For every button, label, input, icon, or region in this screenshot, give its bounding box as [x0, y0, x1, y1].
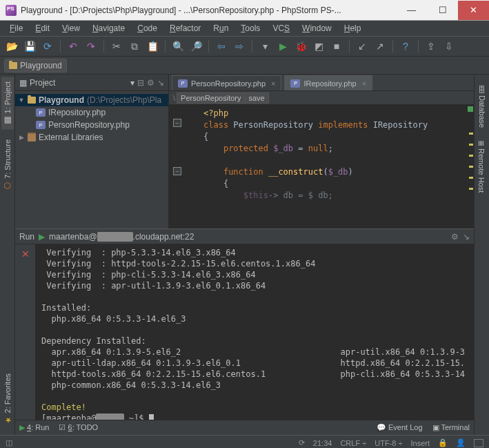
- find-icon[interactable]: 🔍: [170, 39, 186, 54]
- php-file-icon: P: [290, 79, 300, 88]
- upload-icon[interactable]: ⇪: [423, 39, 439, 54]
- tool-event-log[interactable]: 💬 Event Log: [377, 423, 423, 432]
- hector-icon[interactable]: 👤: [456, 438, 466, 447]
- tree-root[interactable]: ▼ Playground (D:\Projects\Php\Pla: [15, 94, 168, 106]
- tab-project[interactable]: ▦ 1: Project: [1, 77, 14, 130]
- cut-icon[interactable]: ✂: [109, 39, 124, 54]
- run-config-dropdown[interactable]: ▾: [257, 39, 272, 54]
- code-editor[interactable]: <?php class PersonRepository implements …: [169, 105, 474, 228]
- download-icon[interactable]: ⇩: [441, 39, 457, 54]
- tab-database[interactable]: 🗄 Database: [477, 81, 488, 132]
- line-ending[interactable]: CRLF ÷: [340, 439, 366, 447]
- debug-icon[interactable]: 🐞: [293, 39, 308, 54]
- menu-bar: File Edit View Navigate Code Refactor Ru…: [0, 21, 489, 36]
- insert-mode: Insert: [410, 439, 430, 447]
- run-session: maartenba@xxxxxxxx.cloudapp.net:22: [49, 232, 194, 242]
- memory-indicator[interactable]: [474, 439, 483, 447]
- tool-todo[interactable]: ☑ 6: TODO: [59, 423, 98, 432]
- settings-icon[interactable]: ⚙: [451, 232, 459, 242]
- help-icon[interactable]: ?: [398, 39, 413, 54]
- copy-icon[interactable]: ⧉: [127, 39, 142, 54]
- tab-remote-host[interactable]: ≣ Remote Host: [476, 136, 488, 197]
- menu-edit[interactable]: Edit: [30, 22, 55, 35]
- close-tab-icon[interactable]: ×: [271, 79, 275, 88]
- nav-forward-icon[interactable]: ⇨: [232, 39, 247, 54]
- toggle-tool-windows-icon[interactable]: ◫: [6, 438, 12, 447]
- menu-window[interactable]: Window: [297, 22, 337, 35]
- open-icon[interactable]: 📂: [4, 39, 19, 54]
- tree-file[interactable]: P IRepository.php: [15, 106, 168, 119]
- stop-icon[interactable]: ■: [329, 39, 344, 54]
- gear-icon[interactable]: ⚙: [147, 78, 154, 88]
- window-titlebar: Playground - [D:\Projects\Php\Playground…: [0, 0, 489, 21]
- crumb-class[interactable]: PersonRepository: [177, 92, 245, 104]
- fold-toggle-icon[interactable]: −: [173, 119, 181, 127]
- menu-run[interactable]: Run: [208, 22, 234, 35]
- project-dropdown-icon[interactable]: ▾: [130, 78, 134, 88]
- right-tool-rail: 🗄 Database ≣ Remote Host: [474, 75, 489, 435]
- run-label: Run: [19, 232, 34, 242]
- main-toolbar: 📂 💾 ⟳ ↶ ↷ ✂ ⧉ 📋 🔍 🔎 ⇦ ⇨ ▾ ▶ 🐞 ◩ ■ ↙ ↗ ? …: [0, 36, 489, 57]
- tree-external-label: External Libraries: [39, 133, 103, 142]
- menu-vcs[interactable]: VCS: [267, 22, 295, 35]
- redo-icon[interactable]: ↷: [83, 39, 99, 54]
- bottom-tool-strip: ▶ 4: Run ☑ 6: TODO 💬 Event Log ▣ Termina…: [15, 420, 474, 435]
- menu-view[interactable]: View: [57, 22, 86, 35]
- project-tree[interactable]: ▼ Playground (D:\Projects\Php\Pla P IRep…: [15, 91, 168, 146]
- coverage-icon[interactable]: ◩: [311, 39, 326, 54]
- minimize-button[interactable]: —: [396, 1, 427, 20]
- save-all-icon[interactable]: 💾: [22, 39, 37, 54]
- breadcrumb-root[interactable]: Playground: [4, 59, 67, 72]
- folder-icon: [9, 62, 17, 69]
- menu-file[interactable]: File: [4, 22, 28, 35]
- menu-help[interactable]: Help: [339, 22, 367, 35]
- vcs-pull-icon[interactable]: ↙: [355, 39, 370, 54]
- close-process-icon[interactable]: ✕: [21, 249, 30, 260]
- editor-breadcrumbs: \ PersonRepository save: [169, 91, 474, 105]
- tree-file-label: PersonRepository.php: [48, 120, 130, 130]
- vcs-push-icon[interactable]: ↗: [372, 39, 388, 54]
- editor-tab-label: PersonRepository.php: [191, 79, 266, 88]
- background-tasks-icon[interactable]: ⟳: [299, 438, 305, 447]
- project-panel: ▦ Project ▾ ⊟ ⚙ ↘ ▼ Playground (D:\Proje…: [15, 75, 169, 228]
- lock-icon[interactable]: 🔒: [438, 438, 448, 447]
- tab-favorites[interactable]: ★ 2: Favorites: [1, 369, 13, 429]
- collapse-icon[interactable]: ⊟: [137, 78, 144, 88]
- inspection-ok-icon: [468, 106, 473, 112]
- run-tool-window: Run ▶ maartenba@xxxxxxxx.cloudapp.net:22…: [15, 228, 474, 420]
- menu-tools[interactable]: Tools: [235, 22, 266, 35]
- run-icon[interactable]: ▶: [275, 39, 290, 54]
- tab-structure[interactable]: ⬡ 7: Structure: [1, 135, 14, 195]
- project-tab-label: Project: [30, 78, 128, 88]
- app-icon: [6, 5, 17, 16]
- close-tab-icon[interactable]: ×: [362, 79, 366, 88]
- minimize-panel-icon[interactable]: ↘: [463, 232, 470, 242]
- paste-icon[interactable]: 📋: [145, 39, 160, 54]
- library-icon: [28, 134, 36, 142]
- editor-area: P PersonRepository.php × P IRepository.p…: [169, 75, 474, 228]
- tree-external-libs[interactable]: ▶ External Libraries: [15, 131, 168, 144]
- crumb-method[interactable]: save: [245, 92, 269, 104]
- console-output[interactable]: Verifying : php-5.3.3-14.el6_3.x86_64 Ve…: [36, 244, 474, 420]
- editor-tab[interactable]: P PersonRepository.php ×: [172, 75, 281, 90]
- sync-icon[interactable]: ⟳: [40, 39, 55, 54]
- editor-tab[interactable]: P IRepository.php ×: [284, 75, 372, 90]
- tool-run[interactable]: ▶ 4: Run: [19, 423, 49, 432]
- close-button[interactable]: ✕: [458, 1, 489, 20]
- tool-terminal[interactable]: ▣ Terminal: [432, 423, 470, 432]
- encoding[interactable]: UTF-8 ÷: [375, 439, 402, 447]
- maximize-button[interactable]: ☐: [427, 1, 458, 20]
- fold-toggle-icon[interactable]: −: [173, 167, 181, 175]
- menu-code[interactable]: Code: [132, 22, 163, 35]
- nav-back-icon[interactable]: ⇦: [214, 39, 229, 54]
- hide-panel-icon[interactable]: ↘: [157, 78, 164, 88]
- undo-icon[interactable]: ↶: [66, 39, 81, 54]
- project-panel-header: ▦ Project ▾ ⊟ ⚙ ↘: [15, 75, 168, 91]
- menu-navigate[interactable]: Navigate: [87, 22, 130, 35]
- caret-position: 21:34: [313, 439, 332, 447]
- tree-file[interactable]: P PersonRepository.php: [15, 119, 168, 131]
- menu-refactor[interactable]: Refactor: [164, 22, 206, 35]
- run-play-icon: ▶: [39, 232, 45, 242]
- run-header: Run ▶ maartenba@xxxxxxxx.cloudapp.net:22…: [15, 229, 474, 244]
- replace-icon[interactable]: 🔎: [188, 39, 203, 54]
